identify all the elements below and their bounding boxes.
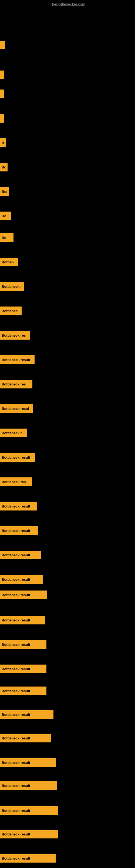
bottleneck-bar-14: Bottleneck result: [0, 355, 35, 364]
bottleneck-bar-4: [0, 114, 4, 123]
bottleneck-bar-32: Bottleneck result: [0, 781, 57, 790]
bottleneck-bar-5: B: [0, 138, 6, 147]
bottleneck-bar-25: Bottleneck result: [0, 616, 45, 624]
bottleneck-bar-34: Bottleneck result: [0, 830, 58, 838]
bottleneck-bar-24: Bottleneck result: [0, 590, 47, 599]
bottleneck-bar-3: [0, 90, 4, 98]
bottleneck-bar-19: Bottleneck res: [0, 477, 32, 486]
site-title: TheBottlenecker.com: [50, 2, 85, 6]
bottleneck-bar-26: Bottleneck result: [0, 640, 46, 649]
bottleneck-bar-17: Bottleneck r: [0, 429, 27, 437]
bottleneck-bar-11: Bottleneck r: [0, 282, 24, 291]
bottleneck-bar-28: Bottleneck result: [0, 686, 46, 695]
bottleneck-bar-31: Bottleneck result: [0, 758, 56, 767]
bottleneck-bar-15: Bottleneck res: [0, 380, 32, 389]
bottleneck-bar-6: Bo: [0, 163, 8, 172]
bottleneck-bar-22: Bottleneck result: [0, 551, 41, 559]
bottleneck-bar-35: Bottleneck result: [0, 854, 56, 863]
bottleneck-bar-1: [0, 41, 5, 50]
bottleneck-bar-29: Bottleneck result: [0, 710, 53, 719]
bottleneck-bar-2: [0, 70, 4, 79]
bottleneck-bar-21: Bottleneck result: [0, 526, 38, 535]
bottleneck-bar-30: Bottleneck result: [0, 734, 51, 742]
bottleneck-bar-10: Bottlen: [0, 258, 18, 267]
bottleneck-bar-12: Bottlenec: [0, 307, 21, 315]
bottleneck-bar-33: Bottleneck result: [0, 806, 58, 815]
bottleneck-bar-9: Bo: [0, 233, 13, 242]
bottleneck-bar-8: Bo: [0, 212, 11, 220]
bottleneck-bar-13: Bottleneck res: [0, 331, 30, 340]
bottleneck-bar-7: Bot: [0, 187, 9, 196]
bottleneck-bar-18: Bottleneck result: [0, 453, 35, 462]
bottleneck-bar-27: Bottleneck result: [0, 664, 46, 673]
bottleneck-bar-16: Bottleneck resul: [0, 404, 33, 413]
bottleneck-bar-23: Bottleneck result: [0, 575, 43, 584]
bottleneck-bar-20: Bottleneck result: [0, 502, 37, 510]
